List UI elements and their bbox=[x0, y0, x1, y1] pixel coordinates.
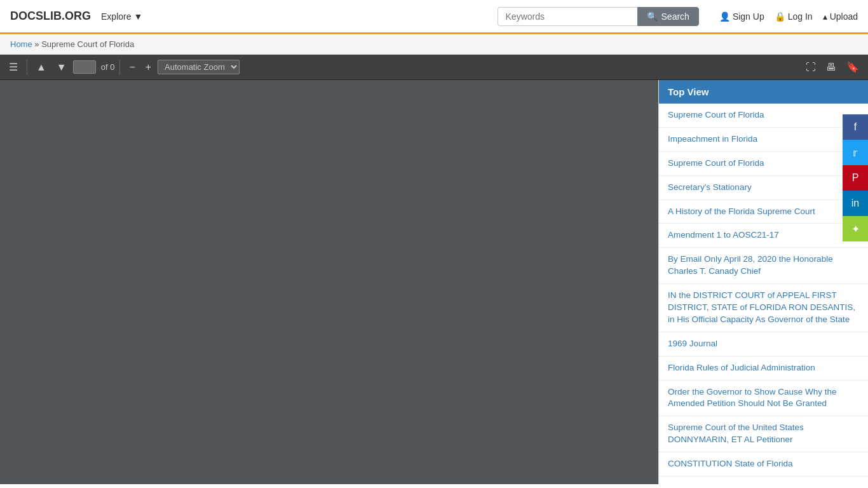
list-item: A History of the Florida Supreme Court bbox=[659, 200, 868, 224]
toolbar-separator-1 bbox=[27, 60, 27, 75]
list-item: Supreme Court of Florida bbox=[659, 152, 868, 176]
toolbar-separator-2 bbox=[119, 60, 120, 75]
list-item: Florida Rules of Judicial Administration bbox=[659, 356, 868, 381]
main-layout: Top View Supreme Court of FloridaImpeach… bbox=[0, 80, 868, 484]
sidebar-link-11[interactable]: Supreme Court of the United States DONNY… bbox=[659, 416, 868, 452]
zoom-in-icon: + bbox=[146, 62, 151, 73]
explore-button[interactable]: Explore ▼ bbox=[101, 11, 142, 22]
twitter-icon: 𝕣 bbox=[853, 147, 858, 159]
sidebar-link-2[interactable]: Supreme Court of Florida bbox=[659, 152, 868, 175]
linkedin-icon: in bbox=[851, 198, 859, 209]
fullscreen-icon: ⛶ bbox=[806, 62, 816, 73]
next-icon: ▼ bbox=[57, 62, 67, 73]
pdf-viewer bbox=[0, 80, 658, 484]
list-item: Supreme Court of the United States DONNY… bbox=[659, 416, 868, 452]
sharethis-icon: ✦ bbox=[851, 223, 860, 235]
chevron-down-icon: ▼ bbox=[133, 11, 142, 22]
sidebar-toggle-button[interactable]: ☰ bbox=[5, 58, 22, 76]
search-area: 🔍 Search bbox=[498, 7, 699, 26]
list-item: Secretary's Stationary bbox=[659, 176, 868, 200]
search-button[interactable]: 🔍 Search bbox=[637, 7, 699, 26]
search-button-label: Search bbox=[661, 11, 689, 22]
page-number-input[interactable]: 0 bbox=[73, 60, 96, 74]
linkedin-share-button[interactable]: in bbox=[843, 191, 868, 216]
sidebar-link-9[interactable]: Florida Rules of Judicial Administration bbox=[659, 356, 868, 380]
sharethis-button[interactable]: ✦ bbox=[843, 216, 868, 241]
sidebar-icon: ☰ bbox=[9, 61, 18, 73]
print-button[interactable]: 🖶 bbox=[822, 59, 840, 76]
signup-button[interactable]: 👤 Sign Up bbox=[719, 11, 764, 22]
facebook-icon: f bbox=[854, 121, 857, 133]
list-item: By Email Only April 28, 2020 the Honorab… bbox=[659, 248, 868, 284]
upload-icon: ▴ bbox=[823, 11, 827, 22]
sidebar-link-13[interactable]: April 1, 2021 the Honorable Charles T. C… bbox=[659, 477, 868, 484]
zoom-select[interactable]: Automatic Zoom bbox=[158, 60, 240, 74]
page-total: of 0 bbox=[101, 62, 115, 72]
sidebar-link-0[interactable]: Supreme Court of Florida bbox=[659, 104, 868, 127]
list-item: Supreme Court of Florida bbox=[659, 104, 868, 128]
facebook-share-button[interactable]: f bbox=[843, 114, 868, 140]
navbar: DOCSLIB.ORG Explore ▼ 🔍 Search 👤 Sign Up… bbox=[0, 0, 868, 34]
zoom-in-button[interactable]: + bbox=[142, 59, 155, 76]
sidebar-link-12[interactable]: CONSTITUTION State of Florida bbox=[659, 452, 868, 476]
login-icon: 🔒 bbox=[775, 11, 785, 22]
search-input[interactable] bbox=[498, 7, 637, 26]
fullscreen-button[interactable]: ⛶ bbox=[802, 59, 820, 76]
list-item: Order the Governor to Show Cause Why the… bbox=[659, 381, 868, 417]
download-icon: 🔖 bbox=[846, 61, 859, 73]
sidebar-list: Supreme Court of FloridaImpeachment in F… bbox=[659, 104, 868, 484]
sidebar-header: Top View bbox=[659, 80, 868, 104]
sidebar-link-3[interactable]: Secretary's Stationary bbox=[659, 176, 868, 200]
next-page-button[interactable]: ▼ bbox=[53, 59, 71, 76]
sidebar-link-4[interactable]: A History of the Florida Supreme Court bbox=[659, 200, 868, 224]
breadcrumb-separator: » bbox=[34, 39, 39, 49]
sidebar-link-8[interactable]: 1969 Journal bbox=[659, 332, 868, 356]
pdf-toolbar: ☰ ▲ ▼ 0 of 0 − + Automatic Zoom ⛶ 🖶 🔖 bbox=[0, 55, 868, 80]
list-item: Impeachment in Florida bbox=[659, 128, 868, 152]
prev-page-button[interactable]: ▲ bbox=[32, 59, 50, 76]
list-item: IN the DISTRICT COURT of APPEAL FIRST DI… bbox=[659, 284, 868, 332]
explore-label: Explore bbox=[101, 11, 131, 22]
sidebar-link-7[interactable]: IN the DISTRICT COURT of APPEAL FIRST DI… bbox=[659, 284, 868, 332]
sidebar-link-1[interactable]: Impeachment in Florida bbox=[659, 128, 868, 151]
login-button[interactable]: 🔒 Log In bbox=[775, 11, 813, 22]
list-item: Amendment 1 to AOSC21-17 bbox=[659, 224, 868, 248]
zoom-out-icon: − bbox=[129, 62, 135, 73]
list-item: 1969 Journal bbox=[659, 332, 868, 356]
nav-actions: 👤 Sign Up 🔒 Log In ▴ Upload bbox=[719, 11, 858, 22]
user-icon: 👤 bbox=[719, 11, 730, 22]
sidebar-link-10[interactable]: Order the Governor to Show Cause Why the… bbox=[659, 381, 868, 416]
breadcrumb-current: Supreme Court of Florida bbox=[41, 39, 134, 49]
sidebar-link-5[interactable]: Amendment 1 to AOSC21-17 bbox=[659, 224, 868, 247]
breadcrumb-home[interactable]: Home bbox=[10, 39, 32, 49]
list-item: CONSTITUTION State of Florida bbox=[659, 452, 868, 477]
right-sidebar: Top View Supreme Court of FloridaImpeach… bbox=[658, 80, 868, 484]
upload-button[interactable]: ▴ Upload bbox=[823, 11, 858, 22]
download-button[interactable]: 🔖 bbox=[843, 58, 863, 76]
sidebar-link-6[interactable]: By Email Only April 28, 2020 the Honorab… bbox=[659, 248, 868, 283]
twitter-share-button[interactable]: 𝕣 bbox=[843, 140, 868, 165]
site-logo[interactable]: DOCSLIB.ORG bbox=[10, 10, 91, 23]
pinterest-share-button[interactable]: P bbox=[843, 165, 868, 191]
breadcrumb: Home » Supreme Court of Florida bbox=[0, 34, 868, 55]
zoom-out-button[interactable]: − bbox=[125, 59, 139, 76]
social-sidebar: f 𝕣 P in ✦ bbox=[843, 114, 868, 241]
list-item: April 1, 2021 the Honorable Charles T. C… bbox=[659, 477, 868, 484]
prev-icon: ▲ bbox=[36, 62, 46, 73]
pinterest-icon: P bbox=[852, 172, 859, 184]
search-icon: 🔍 bbox=[647, 11, 658, 22]
print-icon: 🖶 bbox=[826, 62, 836, 73]
